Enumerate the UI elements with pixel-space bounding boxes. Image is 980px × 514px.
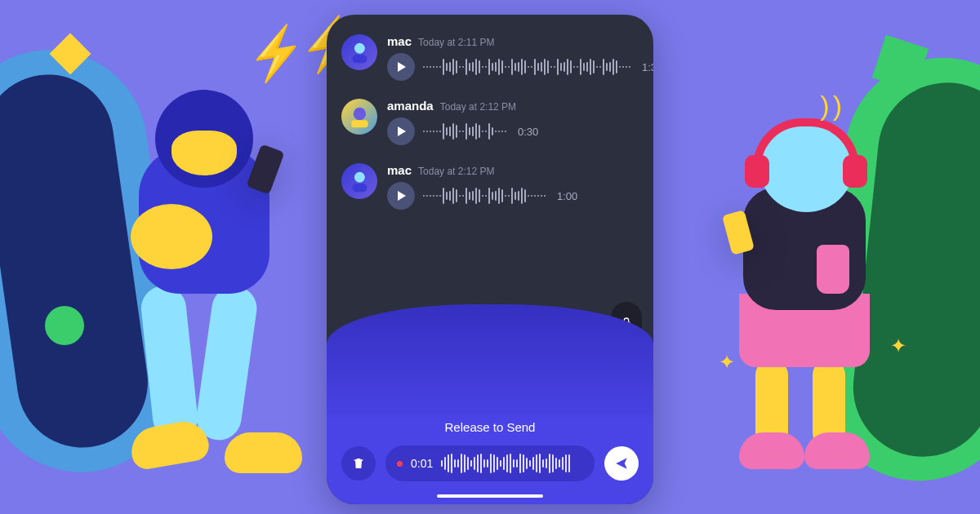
waveform[interactable]: [423, 184, 546, 208]
message-list: mac Today at 2:11 PM 1:30 amanda: [327, 15, 653, 218]
phone-mockup: mac Today at 2:11 PM 1:30 amanda: [327, 15, 653, 504]
burst-icon: )): [820, 90, 845, 122]
avatar[interactable]: [341, 34, 377, 70]
avatar[interactable]: [341, 99, 377, 135]
play-button[interactable]: [387, 182, 415, 210]
duration: 0:30: [518, 126, 538, 138]
duration: 1:30: [642, 61, 653, 73]
decor-circle: [45, 306, 84, 345]
voice-message: amanda Today at 2:12 PM 0:30: [341, 99, 639, 145]
play-button[interactable]: [387, 117, 415, 145]
svg-point-2: [353, 107, 365, 119]
delete-recording-button[interactable]: [341, 446, 376, 481]
waveform[interactable]: [423, 55, 630, 79]
username: amanda: [387, 99, 434, 113]
send-button[interactable]: [604, 446, 639, 481]
sparkle-icon: ✦: [890, 335, 906, 357]
timestamp: Today at 2:12 PM: [440, 101, 516, 113]
recording-elapsed: 0:01: [411, 457, 433, 470]
svg-point-0: [354, 42, 365, 53]
username: mac: [387, 163, 412, 177]
timestamp: Today at 2:12 PM: [418, 166, 494, 177]
waveform[interactable]: [423, 119, 506, 144]
timestamp: Today at 2:11 PM: [418, 37, 494, 48]
record-overlay: Release to Send 0:01: [327, 304, 653, 504]
duration: 1:00: [557, 190, 577, 202]
release-prompt: Release to Send: [445, 420, 536, 434]
character-left-illustration: [98, 82, 310, 473]
recording-dot-icon: [397, 461, 403, 467]
sparkle-icon: ✦: [719, 351, 735, 374]
voice-message: mac Today at 2:11 PM 1:30: [341, 34, 639, 81]
svg-rect-5: [352, 184, 367, 192]
svg-rect-1: [352, 55, 367, 63]
play-button[interactable]: [387, 53, 415, 81]
voice-message: mac Today at 2:12 PM 1:00: [341, 163, 639, 210]
avatar[interactable]: [341, 163, 377, 199]
live-waveform: [441, 451, 583, 476]
recording-pill: 0:01: [385, 445, 595, 481]
username: mac: [387, 34, 412, 48]
svg-rect-3: [351, 120, 368, 127]
character-right-illustration: [719, 106, 898, 481]
svg-point-4: [354, 171, 365, 182]
home-indicator[interactable]: [437, 494, 543, 498]
